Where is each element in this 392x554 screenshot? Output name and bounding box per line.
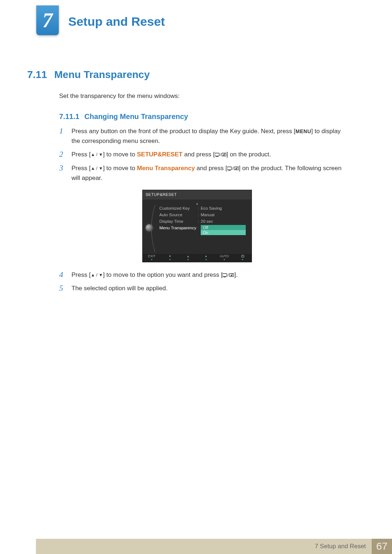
- osd-exit-button: EXIT▾: [143, 255, 161, 261]
- step-3: 3 Press [▲ / ▼] to move to Menu Transpar…: [59, 163, 346, 266]
- step-number: 3: [59, 163, 65, 266]
- step-text: The selected option will be applied.: [72, 283, 346, 293]
- step-number: 2: [59, 149, 65, 159]
- svg-text:/: /: [232, 166, 234, 171]
- menu-transparency-keyword: Menu Transparency: [137, 165, 195, 172]
- section-title: Menu Transparency: [54, 69, 150, 81]
- step-number: 1: [59, 126, 65, 146]
- step-text: Press [▲ / ▼] to move to the option you …: [72, 270, 346, 280]
- section-intro: Set the transparency for the menu window…: [59, 93, 342, 100]
- subsection-heading: 7.11.1 Changing Menu Transparency: [59, 112, 188, 121]
- subsection-number: 7.11.1: [59, 112, 79, 121]
- svg-rect-0: [215, 153, 219, 156]
- section-heading: 7.11 Menu Transparency: [27, 69, 150, 81]
- section-number: 7.11: [27, 69, 47, 81]
- footer-chapter-text: 7 Setup and Reset: [315, 543, 366, 550]
- osd-option-off: Off: [201, 225, 246, 230]
- source-enter-icon: /: [222, 273, 234, 278]
- chapter-title: Setup and Reset: [68, 15, 165, 29]
- step-2: 2 Press [▲ / ▼] to move to SETUP&RESET a…: [59, 149, 346, 159]
- up-down-icon: ▲ / ▼: [91, 166, 103, 171]
- osd-down-button: ▾▾: [161, 255, 179, 261]
- osd-auto-button: AUTO▾: [215, 255, 233, 261]
- svg-rect-5: [228, 170, 230, 171]
- osd-right-button: ▸▾: [197, 255, 215, 261]
- gear-icon: [146, 224, 153, 231]
- svg-rect-1: [216, 156, 218, 157]
- source-enter-icon: /: [215, 152, 226, 157]
- step-number: 5: [59, 283, 65, 293]
- osd-row: Display Time:20 sec: [159, 218, 248, 225]
- osd-row: Customized Key:Eco Saving: [159, 205, 248, 212]
- step-text: Press any button on the front of the pro…: [72, 126, 346, 146]
- svg-rect-8: [222, 274, 227, 276]
- osd-up-button: ▴▾: [179, 255, 197, 261]
- chapter-number-badge: 7: [36, 5, 59, 35]
- osd-screenshot: SETUP&RESET ▲ Customized Key:Eco Saving …: [143, 190, 252, 262]
- step-text: Press [▲ / ▼] to move to SETUP&RESET and…: [72, 149, 346, 159]
- osd-footer: EXIT▾ ▾▾ ▴▾ ▸▾ AUTO▾ ⏻▾: [143, 254, 252, 262]
- step-4: 4 Press [▲ / ▼] to move to the option yo…: [59, 270, 346, 280]
- osd-power-button: ⏻▾: [233, 255, 252, 261]
- osd-title: SETUP&RESET: [143, 190, 252, 200]
- setup-reset-keyword: SETUP&RESET: [137, 151, 183, 158]
- up-down-icon: ▲ / ▼: [91, 272, 103, 278]
- steps-list: 1 Press any button on the front of the p…: [59, 126, 346, 297]
- svg-rect-9: [224, 277, 226, 277]
- subsection-title: Changing Menu Transparency: [85, 112, 188, 121]
- menu-label: MENU: [295, 127, 311, 135]
- source-enter-icon: /: [227, 166, 239, 171]
- svg-text:/: /: [228, 273, 229, 277]
- up-down-icon: ▲ / ▼: [91, 152, 103, 157]
- osd-row: Auto Source:Manual: [159, 212, 248, 218]
- osd-dropdown: Off On: [201, 225, 246, 235]
- osd-scroll-up-icon: ▲: [143, 202, 252, 205]
- osd-option-on: On: [201, 230, 246, 235]
- step-text: Press [▲ / ▼] to move to Menu Transparen…: [72, 163, 346, 266]
- svg-rect-4: [227, 167, 232, 170]
- step-number: 4: [59, 270, 65, 280]
- footer-page-number: 67: [372, 539, 392, 554]
- step-1: 1 Press any button on the front of the p…: [59, 126, 346, 146]
- page-footer: 7 Setup and Reset 67: [36, 539, 392, 554]
- svg-text:/: /: [220, 152, 221, 157]
- step-5: 5 The selected option will be applied.: [59, 283, 346, 293]
